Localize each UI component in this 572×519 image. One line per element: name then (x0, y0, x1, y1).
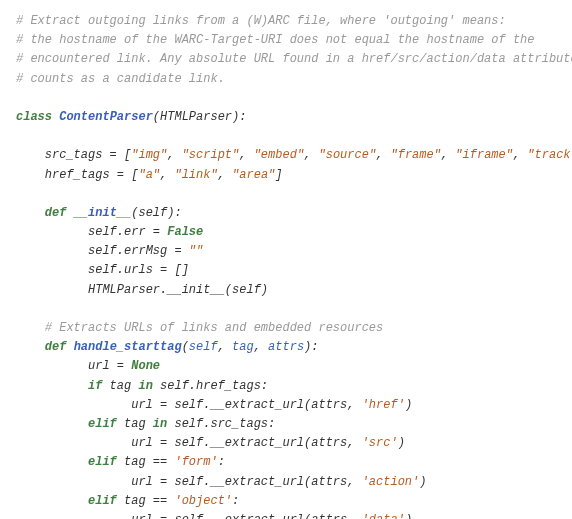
code-line: url = self.__extract_url(attrs, 'src') (16, 434, 556, 453)
code-line: def handle_starttag(self, tag, attrs): (16, 338, 556, 357)
code-block: # Extract outgoing links from a (W)ARC f… (16, 12, 556, 519)
code-line: HTMLParser.__init__(self) (16, 281, 556, 300)
code-line: elif tag in self.src_tags: (16, 415, 556, 434)
code-line: # the hostname of the WARC-Target-URI do… (16, 31, 556, 50)
code-line: src_tags = ["img", "script", "embed", "s… (16, 146, 556, 165)
code-line: self.err = False (16, 223, 556, 242)
code-line: class ContentParser(HTMLParser): (16, 108, 556, 127)
code-line: # counts as a candidate link. (16, 70, 556, 89)
code-line: url = self.__extract_url(attrs, 'href') (16, 396, 556, 415)
code-line (16, 89, 556, 108)
code-line (16, 127, 556, 146)
code-line: # Extracts URLs of links and embedded re… (16, 319, 556, 338)
code-line: # Extract outgoing links from a (W)ARC f… (16, 12, 556, 31)
code-line: url = self.__extract_url(attrs, 'data') (16, 511, 556, 519)
code-line (16, 185, 556, 204)
code-line: self.urls = [] (16, 261, 556, 280)
code-line: elif tag == 'form': (16, 453, 556, 472)
code-line: if tag in self.href_tags: (16, 377, 556, 396)
code-line: url = self.__extract_url(attrs, 'action'… (16, 473, 556, 492)
code-line: self.errMsg = "" (16, 242, 556, 261)
code-line: # encountered link. Any absolute URL fou… (16, 50, 556, 69)
code-line: url = None (16, 357, 556, 376)
code-line: def __init__(self): (16, 204, 556, 223)
code-line: elif tag == 'object': (16, 492, 556, 511)
code-line: href_tags = ["a", "link", "area"] (16, 166, 556, 185)
code-line (16, 300, 556, 319)
